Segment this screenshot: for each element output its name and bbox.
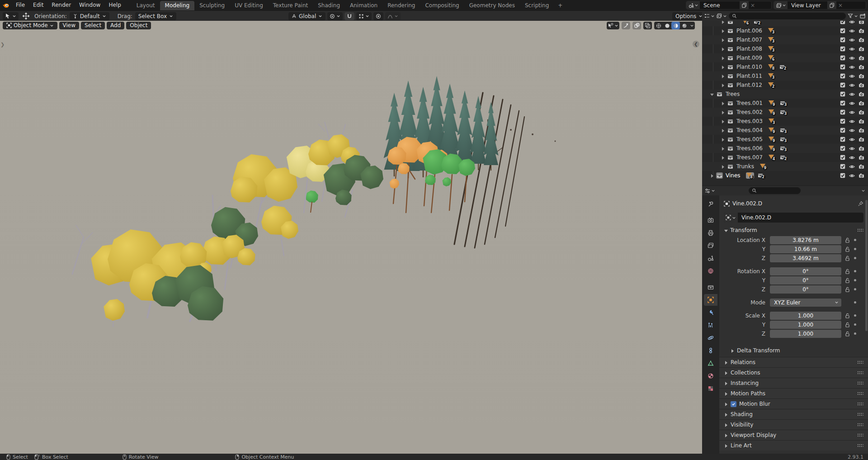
tab-texture-properties[interactable] [704,383,717,394]
collection-icon[interactable] [727,145,734,152]
hide-eye-icon[interactable] [849,46,855,52]
tab-render-properties[interactable] [704,214,717,226]
remove-view-layer-icon[interactable]: × [836,2,844,9]
viewport-menu-item[interactable]: Select [81,22,105,29]
panel-drag-handle[interactable] [857,433,863,437]
outliner-row[interactable]: Plant.009 6 [702,53,868,62]
animate-dot[interactable] [854,279,856,281]
disable-render-camera-icon[interactable] [859,82,864,88]
collapsed-panel[interactable]: Motion Blur [719,398,868,409]
menubar-item[interactable]: Window [75,0,104,10]
collection-icon[interactable] [727,136,734,142]
rendered-shading-icon[interactable] [680,22,689,29]
collection-icon[interactable] [727,55,734,61]
xray-toggle[interactable] [643,22,652,29]
outliner-item-name[interactable]: Trees.005 [736,136,763,142]
disable-render-camera-icon[interactable] [859,28,864,34]
object-name-field[interactable]: Vine.002.D [724,213,863,223]
proportional-editing-toggle[interactable] [373,12,383,20]
pivot-point-dropdown[interactable] [327,12,343,20]
expand-caret-icon[interactable] [721,74,725,78]
outliner-row[interactable]: Trunks 9 [702,162,868,171]
workspace-tab[interactable]: Scripting [520,1,554,10]
motion-blur-checkbox[interactable] [731,401,736,407]
expand-caret-icon[interactable] [721,83,725,87]
toolbar-expand-arrow[interactable]: ❯ [0,42,5,47]
tab-object-properties[interactable] [704,294,717,306]
outliner-row[interactable]: Plant.006 3 [702,26,868,35]
expand-caret-icon[interactable] [721,101,725,105]
outliner-row[interactable]: Trees.003 3 [702,117,868,126]
outliner-row[interactable]: Trees.002 9 3 [702,108,868,117]
hide-eye-icon[interactable] [849,91,855,97]
workspace-tab[interactable]: Compositing [420,1,464,10]
tab-view-layer-properties[interactable] [704,240,717,251]
panel-drag-handle[interactable] [857,402,863,406]
hide-eye-icon[interactable] [849,100,855,106]
outliner-display-mode-dropdown[interactable] [717,13,727,19]
collection-icon[interactable] [727,127,734,133]
collapsed-panel[interactable]: Shading [719,409,868,419]
tab-constraint-properties[interactable] [704,345,717,356]
menubar-item[interactable]: Help [104,0,125,10]
workspace-tab[interactable]: Animation [345,1,382,10]
outliner-item-name[interactable]: Trees.002 [736,109,763,115]
workspace-tab[interactable]: Rendering [382,1,420,10]
lock-icon[interactable] [841,278,853,283]
expand-caret-icon[interactable] [721,47,725,51]
exclude-checkbox-icon[interactable] [840,119,845,124]
expand-caret-icon[interactable] [721,38,725,42]
collection-icon[interactable] [727,100,734,106]
exclude-checkbox-icon[interactable] [840,37,845,43]
hide-eye-icon[interactable] [849,82,855,88]
hide-eye-icon[interactable] [849,137,855,142]
workspace-tab[interactable]: Modeling [160,1,195,10]
outliner-row[interactable]: Plant.011 3 [702,71,868,81]
object-icon[interactable] [724,213,738,223]
expand-caret-icon[interactable] [721,56,725,60]
animate-dot[interactable] [854,248,856,250]
lock-icon[interactable] [841,331,853,337]
animate-dot[interactable] [854,332,856,335]
disable-render-camera-icon[interactable] [859,109,864,115]
viewport-menu-item[interactable]: View [59,22,79,29]
collapsed-panel[interactable]: Delta Transform [730,346,863,355]
collection-icon[interactable] [716,91,723,97]
exclude-checkbox-icon[interactable] [840,91,845,97]
snap-settings-dropdown[interactable] [356,12,372,20]
outliner-row[interactable]: Plant.007 3 [702,35,868,44]
scene-selector[interactable]: Scene × [686,1,772,9]
outliner-row[interactable]: Trees.001 9 3 [702,99,868,108]
wireframe-shading-icon[interactable] [654,22,663,29]
outliner-row[interactable]: Plant.012 2 [702,81,868,90]
lock-icon[interactable] [841,237,853,243]
collapsed-panel[interactable]: Relations [719,357,868,367]
3d-viewport[interactable]: Object Mode ViewSelectAddObject [0,21,702,454]
outliner-row[interactable]: Trees [702,90,868,99]
workspace-tab[interactable]: UV Editing [230,1,268,10]
animate-dot[interactable] [854,270,856,272]
tab-material-properties[interactable] [704,370,717,382]
tab-physics-properties[interactable] [704,332,717,344]
outliner-search-input[interactable] [729,13,846,19]
outliner-row[interactable]: Trees.006 9 3 [702,144,868,153]
exclude-checkbox-icon[interactable] [840,55,845,61]
expand-caret-icon[interactable] [721,147,725,151]
outliner-item-name[interactable]: Plant.006 [736,28,762,34]
transform-value-field[interactable]: 0° [770,285,841,294]
pin-icon[interactable] [858,201,863,207]
add-workspace-button[interactable]: + [554,1,566,9]
collection-icon[interactable] [727,118,734,124]
panel-drag-handle[interactable] [857,423,863,427]
new-view-layer-icon[interactable] [827,1,836,9]
expand-caret-icon[interactable] [721,128,725,133]
transform-value-field[interactable]: 0° [770,267,841,275]
hide-eye-icon[interactable] [849,128,855,133]
outliner-item-name[interactable]: Plant.008 [736,46,762,52]
disable-render-camera-icon[interactable] [859,64,864,70]
exclude-checkbox-icon[interactable] [840,164,845,169]
properties-search-input[interactable] [749,187,801,194]
hide-eye-icon[interactable] [849,28,855,34]
collection-icon[interactable] [727,37,734,43]
disable-render-camera-icon[interactable] [859,137,864,142]
